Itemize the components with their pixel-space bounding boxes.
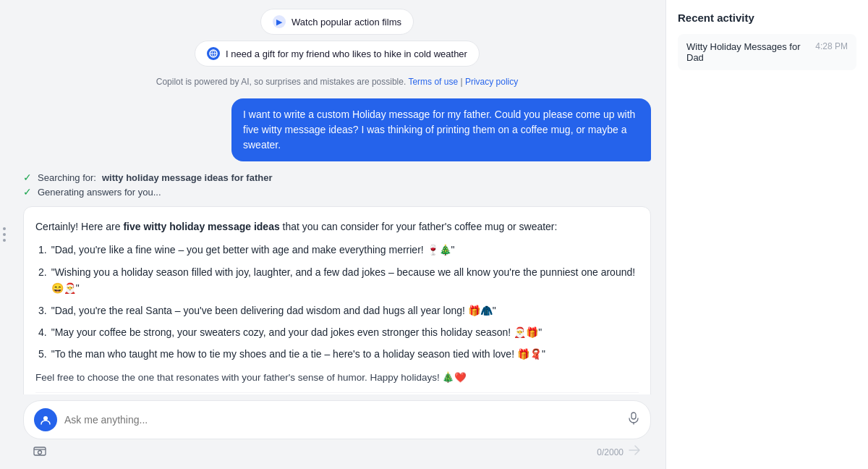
response-footer: Feel free to choose the one that resonat… xyxy=(35,370,639,386)
check-icon-2: ✓ xyxy=(23,186,32,198)
ask-input[interactable] xyxy=(64,414,620,426)
intro-text: Certainly! Here are xyxy=(35,221,123,232)
left-dots xyxy=(0,0,9,469)
char-count-area: 0/2000 xyxy=(597,444,641,460)
input-area: 0/2000 xyxy=(9,394,665,469)
status-line-searching: ✓ Searching for: witty holiday message i… xyxy=(23,172,651,183)
list-item-1-text: "Dad, you're like a fine wine – you get … xyxy=(51,242,455,258)
status-line-generating: ✓ Generating answers for you... xyxy=(23,186,651,198)
check-icon-1: ✓ xyxy=(23,172,32,183)
suggestion-chip-films[interactable]: ▶ Watch popular action films xyxy=(260,9,414,35)
list-item: 1."Dad, you're like a fine wine – you ge… xyxy=(38,242,639,258)
list-item-2-text: "Wishing you a holiday season filled wit… xyxy=(51,264,639,297)
main-chat: ▶ Watch popular action films I need a gi… xyxy=(9,0,665,469)
chip-films-label: Watch popular action films xyxy=(292,17,401,28)
svg-point-2 xyxy=(43,416,48,421)
suggestion-chips: ▶ Watch popular action films I need a gi… xyxy=(23,9,651,72)
send-icon xyxy=(628,444,641,457)
list-item: 3."Dad, you're the real Santa – you've b… xyxy=(38,303,639,318)
response-intro: Certainly! Here are five witty holiday m… xyxy=(35,219,639,234)
status-searching-query: witty holiday message ideas for father xyxy=(102,172,273,183)
svg-rect-3 xyxy=(631,413,636,419)
copilot-notice: Copilot is powered by AI, so surprises a… xyxy=(23,77,651,87)
intro-end: that you can consider for your father's … xyxy=(280,221,558,232)
activity-item[interactable]: Witty Holiday Messages for Dad 4:28 PM xyxy=(678,34,856,70)
svg-point-6 xyxy=(38,450,42,454)
status-generating-text: Generating answers for you... xyxy=(38,187,161,198)
status-searching-label: Searching for: xyxy=(38,172,96,183)
privacy-link[interactable]: Privacy policy xyxy=(465,77,518,87)
chat-scroll: ▶ Watch popular action films I need a gi… xyxy=(9,0,665,394)
list-item-3-text: "Dad, you're the real Santa – you've bee… xyxy=(51,303,496,318)
screenshot-button[interactable] xyxy=(33,444,46,460)
list-item: 5."To the man who taught me how to tie m… xyxy=(38,346,639,362)
chip-hike-label: I need a gift for my friend who likes to… xyxy=(226,48,467,59)
list-item: 2."Wishing you a holiday season filled w… xyxy=(38,264,639,297)
sidebar-title: Recent activity xyxy=(678,12,856,24)
sidebar: Recent activity Witty Holiday Messages f… xyxy=(665,0,868,469)
input-box xyxy=(23,400,651,439)
mic-button[interactable] xyxy=(627,412,640,428)
user-message: I want to write a custom Holiday message… xyxy=(23,98,651,161)
send-button[interactable] xyxy=(628,444,641,460)
user-bubble: I want to write a custom Holiday message… xyxy=(231,98,651,161)
user-message-text: I want to write a custom Holiday message… xyxy=(243,109,635,151)
response-list: 1."Dad, you're like a fine wine – you ge… xyxy=(35,242,639,362)
char-count-text: 0/2000 xyxy=(597,447,624,457)
response-card: Certainly! Here are five witty holiday m… xyxy=(23,206,651,394)
list-item-5-text: "To the man who taught me how to tie my … xyxy=(51,346,545,362)
list-item-4-text: "May your coffee be strong, your sweater… xyxy=(51,324,542,340)
mic-icon xyxy=(627,412,640,425)
footer-text: Feel free to choose the one that resonat… xyxy=(35,372,467,383)
list-item: 4."May your coffee be strong, your sweat… xyxy=(38,324,639,340)
activity-time: 4:28 PM xyxy=(815,41,848,51)
terms-link[interactable]: Terms of use xyxy=(408,77,458,87)
globe-icon xyxy=(209,49,218,58)
input-footer: 0/2000 xyxy=(23,439,651,460)
activity-title: Witty Holiday Messages for Dad xyxy=(686,41,809,63)
screenshot-icon xyxy=(33,444,46,457)
intro-highlight: five witty holiday message ideas xyxy=(123,221,279,232)
status-section: ✓ Searching for: witty holiday message i… xyxy=(23,172,651,198)
avatar xyxy=(34,408,57,431)
suggestion-chip-hike[interactable]: I need a gift for my friend who likes to… xyxy=(195,41,480,67)
